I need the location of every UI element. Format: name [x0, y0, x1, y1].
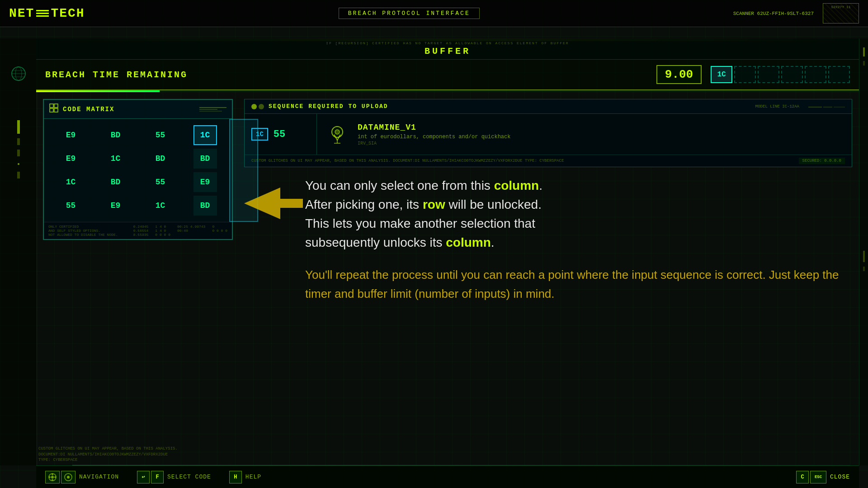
select-keys: ↩ F	[137, 471, 164, 483]
footer-stat-1: 0.249450.565548.55935	[133, 225, 149, 237]
main-content: IF [RECURSION] CERTIFIED HAS NO TARGET A…	[36, 38, 859, 465]
breach-protocol-title: BREACH PROTOCOL INTERFACE	[339, 8, 480, 19]
status-help: H HELP	[229, 471, 261, 483]
logo: NET TECH	[9, 6, 85, 20]
logo-decoration	[36, 10, 49, 17]
code-matrix-panel: CODE MATRIX E9 BD	[43, 99, 233, 240]
cell-1-3[interactable]: BD	[193, 149, 217, 169]
matrix-footer: ONLY CERTIFIEDAND SELF STYLED OPTIONS.NO…	[44, 222, 232, 239]
arrow-container	[244, 183, 303, 224]
close-key-1[interactable]: C	[796, 471, 809, 483]
nav-key-1[interactable]	[45, 471, 60, 483]
buffer-title: BUFFER	[39, 46, 856, 56]
svg-point-19	[54, 476, 56, 478]
bottom-info-line3: TYPE: CYBERSPACE	[38, 457, 178, 463]
cell-2-1[interactable]: BD	[104, 172, 127, 192]
matrix-icon	[49, 103, 58, 115]
cell-3-3[interactable]: BD	[193, 196, 217, 216]
svg-point-12	[335, 130, 340, 134]
cell-2-0[interactable]: 1C	[59, 172, 83, 192]
buffer-slot-4	[805, 66, 826, 83]
svg-rect-7	[50, 108, 53, 112]
cell-1-1[interactable]: 1C	[104, 149, 127, 169]
matrix-footer-left: ONLY CERTIFIEDAND SELF STYLED OPTIONS.NO…	[48, 225, 118, 237]
select-key-2[interactable]: F	[151, 471, 164, 483]
logo-text-net: NET	[9, 6, 34, 20]
matrix-row-2: 1C BD 55 E9	[48, 170, 227, 194]
cell-3-1[interactable]: E9	[104, 196, 127, 216]
cell-1-0[interactable]: E9	[59, 149, 83, 169]
reward-text: DATAMINE_V1 int of eurodollars, componen…	[358, 123, 845, 146]
breach-time-value: 9.00	[656, 65, 702, 84]
buffer-slot-active[interactable]: 1C	[711, 66, 732, 83]
matrix-footer-stats: 0.249450.565548.55935 1 4 01 4 00 0 0 0 …	[133, 225, 227, 237]
svg-rect-5	[50, 104, 53, 108]
panels-area: CODE MATRIX E9 BD	[36, 92, 859, 465]
footer-stat-2: 1 4 01 4 00 0 0 0	[155, 225, 170, 237]
cell-0-2[interactable]: 55	[149, 125, 172, 145]
svg-point-15	[51, 476, 54, 479]
instructions-text: You can only select one from this column…	[296, 176, 852, 303]
svg-marker-13	[244, 188, 303, 219]
logo-text-tech: TECH	[51, 6, 85, 20]
top-bar: NET TECH BREACH PROTOCOL INTERFACE SCANN…	[0, 0, 868, 27]
reward-desc: int of eurodollars, components and/or qu…	[358, 134, 845, 140]
close-key-2[interactable]: ESC	[810, 471, 826, 483]
matrix-grid: E9 BD 55 1C E9 1C BD BD	[44, 119, 232, 222]
yellow-arrow	[244, 183, 303, 224]
footer-stat-4: 00 0 0 0	[212, 225, 227, 237]
cell-3-2[interactable]: 1C	[149, 196, 172, 216]
cell-0-3[interactable]: 1C	[193, 125, 217, 145]
close-label[interactable]: CLOSE	[830, 474, 850, 480]
top-right: SCANNER 62UZ-FFIH-9SLT-6327 S2X27Y 11	[733, 3, 859, 23]
scanner-id: SCANNER 62UZ-FFIH-9SLT-6327	[733, 11, 814, 16]
svg-point-18	[49, 476, 51, 478]
sequence-header: SEQUENCE REQUIRED TO UPLOAD MODEL LINE I…	[245, 99, 852, 114]
bottom-left-info: CUSTOM GLITCHES ON UI MAY APPEAR, BASED …	[38, 446, 178, 463]
seq-decoration	[808, 105, 845, 108]
status-navigation: NAVIGATION	[45, 471, 119, 483]
cell-0-1[interactable]: BD	[104, 125, 127, 145]
inst-p1-bold: column	[494, 178, 539, 192]
bottom-info-line1: CUSTOM GLITCHES ON UI MAY APPEAR, BASED …	[38, 446, 178, 452]
code-matrix-column: CODE MATRIX E9 BD	[43, 99, 233, 461]
sequence-reward: DATAMINE_V1 int of eurodollars, componen…	[317, 114, 852, 155]
sequence-footer-text: CUSTOM GLITCHES ON UI MAY APPEAR, BASED …	[251, 159, 564, 163]
instruction-paragraph-2: You'll repeat the process until you can …	[305, 266, 852, 303]
sequence-codes: 1C 55	[245, 114, 317, 155]
cell-2-3[interactable]: E9	[193, 172, 217, 192]
reward-tag: IRV_SIA	[358, 141, 845, 146]
matrix-row-1: E9 1C BD BD	[48, 147, 227, 170]
cell-3-0[interactable]: 55	[59, 196, 83, 216]
bottom-info-line2: DOCUMENT:DI NULLAMENTS/IHIAKCO0TOJKWMZZE…	[38, 452, 178, 458]
breach-label: BREACH TIME REMAINING	[45, 70, 647, 80]
nav-key-2[interactable]	[61, 471, 75, 483]
inst-p1-before: You can only select one from this	[305, 178, 494, 192]
right-panel	[859, 38, 868, 465]
buffer-header-section: IF [RECURSION] CERTIFIED HAS NO TARGET A…	[36, 38, 859, 60]
help-label: HELP	[245, 474, 261, 480]
cell-0-0[interactable]: E9	[59, 125, 83, 145]
nav-keys	[45, 471, 75, 483]
status-bar: NAVIGATION ↩ F SELECT CODE H HELP C ESC …	[36, 465, 859, 488]
footer-stat-3: 00:25 4.9974300:40	[177, 225, 205, 237]
select-key-1[interactable]: ↩	[137, 471, 150, 483]
svg-point-17	[52, 479, 53, 481]
buffer-slots: 1C	[711, 66, 850, 83]
mini-map-text: S2X27Y 11	[823, 4, 859, 10]
buffer-slot-2	[758, 66, 779, 83]
reward-name: DATAMINE_V1	[358, 123, 845, 132]
cell-1-2[interactable]: BD	[149, 149, 172, 169]
svg-rect-6	[54, 104, 58, 108]
sequence-panel: SEQUENCE REQUIRED TO UPLOAD MODEL LINE I…	[244, 99, 852, 167]
svg-rect-8	[54, 108, 58, 112]
help-key[interactable]: H	[229, 471, 242, 483]
globe-icon	[10, 66, 27, 84]
matrix-header-decoration	[199, 107, 226, 112]
matrix-row-0: E9 BD 55 1C	[48, 123, 227, 147]
reward-icon	[324, 121, 351, 148]
inst-p3: This lets you make another selection tha…	[305, 216, 535, 230]
buffer-slot-1	[734, 66, 756, 83]
cell-2-2[interactable]: 55	[149, 172, 172, 192]
inst-p4-bold: column	[446, 235, 491, 249]
